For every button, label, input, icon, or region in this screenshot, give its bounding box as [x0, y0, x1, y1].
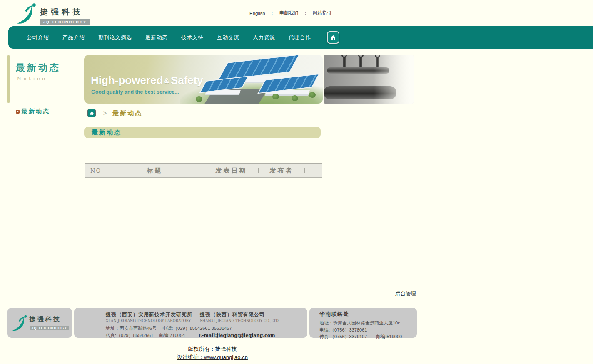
header-divider — [324, 0, 324, 14]
header-utility-links: English ： 电邮我们 ： 网站指引 — [248, 10, 334, 16]
link-email-us[interactable]: 电邮我们 — [278, 10, 300, 16]
nav-item-interaction[interactable]: 互动交流 — [210, 34, 246, 41]
table-header-row: NO 标题 发表日期 发布者 — [85, 163, 322, 178]
nav-home-button[interactable] — [327, 31, 339, 44]
home-icon — [330, 34, 336, 41]
nav-item-company[interactable]: 公司介绍 — [20, 34, 56, 41]
logo-swoosh-icon — [14, 2, 37, 24]
footer-south-zip: 邮编:519000 — [376, 334, 402, 340]
banner-fade-overlay — [374, 55, 414, 104]
footer-south-office: 华南联络处 地址：珠海吉大园林路金景商业大厦10c 电话:（0756）33780… — [309, 308, 417, 338]
footer-south-address: 地址：珠海吉大园林路金景商业大厦10c — [319, 320, 417, 326]
breadcrumb-home-button[interactable] — [87, 109, 96, 117]
column-header-date: 发表日期 — [204, 167, 258, 175]
nav-item-news[interactable]: 最新动态 — [139, 34, 174, 41]
logo-swoosh-icon — [10, 314, 28, 331]
link-site-guide[interactable]: 网站指引 — [311, 10, 334, 16]
brand-name-cn: 捷强科技 — [40, 7, 90, 17]
sidebar-accent-bar — [7, 55, 10, 103]
news-table: NO 标题 发表日期 发布者 — [85, 163, 322, 178]
footer-south-phone: 电话:（0756）3378061 — [319, 327, 417, 333]
banner-tree — [292, 95, 298, 101]
admin-backend-link[interactable]: 后台管理 — [395, 290, 416, 297]
valve-wheel — [341, 55, 347, 58]
column-header-title: 标题 — [105, 167, 204, 175]
banner-industrial-photo — [324, 55, 414, 104]
main-navbar: 公司介绍 产品介绍 期刊论文摘选 最新动态 技术支持 互动交流 人力资源 代理合… — [8, 26, 593, 49]
footer-south-title: 华南联络处 — [319, 311, 417, 318]
home-icon — [89, 111, 95, 116]
copyright-line: 版权所有：捷强科技 — [0, 345, 425, 353]
banner-tree — [309, 92, 316, 98]
arrow-bullet-icon — [16, 110, 20, 114]
banner-factory-illustration: High-powered&Safety Good quality and the… — [84, 55, 323, 104]
footer-logo: 捷强科技 JQ TECHNOHOGY — [7, 308, 72, 338]
sidebar-subtitle: Notice — [17, 76, 47, 82]
link-english[interactable]: English — [248, 11, 267, 16]
breadcrumb: > 最新动态 — [87, 109, 142, 117]
breadcrumb-divider — [84, 121, 415, 121]
column-header-author: 发布者 — [259, 167, 304, 175]
banner: High-powered&Safety Good quality and the… — [84, 55, 414, 104]
link-separator: ： — [300, 10, 311, 16]
footer-company-info: 捷强（西安）实用新技术开发研究所 XI AN JIEQIANG TECHNOLO… — [74, 308, 307, 338]
banner-tree — [272, 94, 279, 99]
copyright-block: 版权所有：捷强科技 设计维护：www.quangjiao.cn — [0, 345, 425, 361]
sidebar-title: 最新动态 — [16, 62, 61, 74]
column-header-no: NO — [85, 168, 105, 174]
section-title: 最新动态 — [92, 129, 122, 136]
footer-south-fax: 传真:（0756）3379107 — [319, 334, 367, 340]
footer: 捷强科技 JQ TECHNOHOGY 捷强（西安）实用新技术开发研究所 XI A… — [7, 308, 417, 338]
page: 捷强科技 JQ TECHNOLOGY English ： 电邮我们 ： 网站指引… — [0, 0, 593, 364]
nav-item-tech-support[interactable]: 技术支持 — [174, 34, 210, 41]
section-header: 最新动态 — [84, 127, 321, 138]
footer-org2-en: SHANXI JIEQIANG TECHNOLOGY CO.,LTD. — [200, 319, 279, 323]
footer-email: E-mail:jieqiang@jieqiang.com — [198, 333, 275, 338]
footer-address: 地址：西安市西影路46号 — [106, 325, 157, 332]
footer-brand-en: JQ TECHNOHOGY — [30, 326, 69, 330]
nav-item-hr[interactable]: 人力资源 — [246, 34, 282, 41]
nav-item-journal[interactable]: 期刊论文摘选 — [92, 34, 139, 41]
banner-tree — [196, 96, 202, 102]
footer-brand-cn: 捷强科技 — [30, 315, 69, 323]
footer-phone: 电话:（029）85542661 85531457 — [162, 325, 232, 332]
footer-org1-en: XI AN JIEQIANG TECHNOLOGY LABORATORY — [106, 319, 192, 323]
valve-stem — [359, 57, 362, 67]
site-logo[interactable]: 捷强科技 JQ TECHNOLOGY — [14, 2, 90, 25]
sidebar-item-label: 最新动态 — [22, 108, 50, 115]
nav-item-agency[interactable]: 代理合作 — [282, 34, 318, 41]
footer-org2-cn: 捷强（陕西）科贸有限公司 — [200, 311, 279, 318]
brand-name-en: JQ TECHNOLOGY — [40, 19, 90, 25]
footer-fax: 传真:（029）85542661 — [106, 332, 153, 339]
valve-wheel — [358, 55, 364, 58]
banner-headline: High-powered&Safety — [91, 74, 203, 87]
footer-zip: 邮编:710054 — [159, 332, 185, 339]
sidebar-item-news[interactable]: 最新动态 — [16, 108, 74, 117]
column-divider — [304, 168, 305, 173]
nav-item-products[interactable]: 产品介绍 — [56, 34, 92, 41]
sidebar-item-underline — [21, 117, 74, 117]
design-maintenance-link[interactable]: 设计维护：www.quangjiao.cn — [0, 354, 425, 361]
footer-org1-cn: 捷强（西安）实用新技术开发研究所 — [106, 311, 192, 318]
banner-subline: Good quality and the best service... — [91, 89, 179, 95]
link-separator: ： — [267, 10, 278, 16]
breadcrumb-current: 最新动态 — [112, 109, 142, 117]
breadcrumb-separator: > — [103, 110, 107, 116]
valve-stem — [343, 57, 346, 67]
